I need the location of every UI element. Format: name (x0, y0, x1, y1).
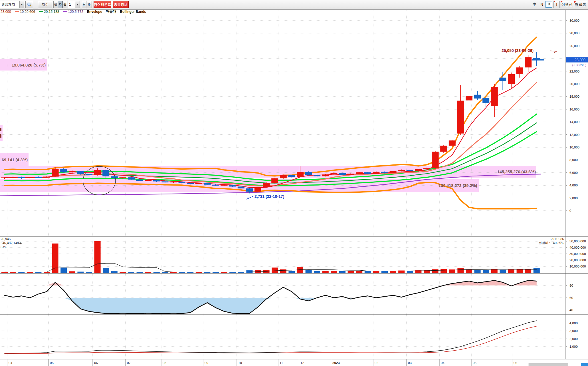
index-button[interactable]: 지수 (38, 1, 52, 8)
tool-button-이평선[interactable]: 이평선 (561, 1, 573, 8)
tool-button-I[interactable]: I (553, 1, 560, 8)
oscillator-axis-label: 40 (569, 308, 573, 312)
volume-bar (27, 272, 33, 273)
xaxis-month-label: 08 (163, 361, 166, 365)
candle-body (305, 172, 312, 175)
tool-button-N[interactable]: N (539, 1, 545, 8)
settings-gear-button[interactable]: ⚙ (87, 1, 92, 8)
tool-button-P[interactable]: P (545, 1, 552, 8)
tool-button-매집봉[interactable]: 매집봉 (574, 1, 587, 8)
candle-body (187, 183, 194, 184)
xaxis-month-label: 05 (50, 361, 54, 365)
candle-body (407, 170, 413, 171)
candle-body (145, 180, 151, 181)
volume-bar (365, 271, 371, 273)
dropdown-arrow-icon[interactable]: ▼ (19, 1, 24, 8)
candle-body (119, 177, 126, 178)
period-button-일[interactable]: 일 (53, 1, 58, 8)
candle-body (381, 172, 388, 173)
stock-chart-canvas[interactable]: 145,255,276 (43.6%)130,418,272 (39.2%)19… (0, 0, 588, 366)
candle-body (195, 183, 202, 184)
xaxis-month-label: 04 (441, 361, 444, 365)
price-axis-label: 2,000 (569, 196, 578, 200)
volume-bar (187, 272, 193, 273)
period-button-월[interactable]: 월 (62, 1, 67, 8)
toolbar: 영풍제지 ▼ 지수 일주월 1 ▼ 분 ⚙ 턴어라운드 종목정보 中NPI이평선… (0, 0, 588, 10)
price-axis-label: 22,000 (569, 70, 579, 73)
price-axis-label: 28,000 (569, 31, 579, 35)
legend-dash-icon (63, 11, 67, 12)
volume-profile-label: 130,418,272 (39.2%) (439, 183, 477, 188)
volume-bar (314, 271, 320, 273)
legend-item: 10:20,606 (15, 10, 35, 14)
candle-body (499, 78, 506, 81)
turnaround-button[interactable]: 턴어라운드 (94, 1, 111, 8)
horizontal-scrollbar-thumb[interactable] (529, 363, 568, 366)
candle-body (27, 177, 33, 178)
volume-bar (441, 269, 447, 273)
candle-body (128, 177, 135, 180)
volume-bar (111, 271, 118, 273)
volume-bar (390, 271, 396, 273)
xaxis-month-label: 06 (514, 361, 517, 365)
volume-bar (60, 268, 67, 273)
legend-dash-icon (39, 11, 43, 12)
volume-profile-label: 69,141 (4.3%) (2, 158, 28, 162)
candle-body (102, 170, 109, 176)
chart-legend: 23,00010:20,60620:15,138120:5,772Envelop… (1, 9, 150, 14)
volume-bar (170, 272, 177, 273)
candle-body (339, 173, 346, 175)
search-button[interactable] (25, 1, 33, 8)
accumulation-axis-label: 2,000 (569, 337, 578, 341)
candle-body (423, 168, 430, 169)
candle-body (432, 152, 439, 168)
horizontal-scrollbar-button[interactable] (581, 363, 588, 366)
clipped-band-label-fragment (0, 128, 1, 131)
volume-bar (86, 272, 92, 273)
volume-bar (137, 272, 143, 273)
candle-body (246, 188, 253, 192)
volume-bar (474, 270, 481, 273)
candle-body (297, 172, 304, 177)
dropdown-arrow-icon[interactable]: ▼ (75, 1, 80, 8)
volume-bar (69, 271, 75, 273)
volume-bar (348, 271, 354, 273)
volume-axis-label: 50,000,000 (569, 240, 586, 243)
legend-item: Bollinger Bands (120, 10, 146, 14)
candle-body (415, 169, 422, 171)
candle-body (390, 171, 397, 173)
volume-axis-label: 10,000,000 (569, 265, 586, 268)
price-axis-label: 26,000 (569, 44, 579, 48)
volume-profile-band (0, 125, 3, 141)
candle-body (170, 182, 177, 182)
volume-bar (331, 271, 337, 273)
legend-item: Envelope (87, 10, 102, 14)
tool-button-中[interactable]: 中 (531, 1, 538, 8)
price-axis-label: 4,000 (569, 184, 578, 187)
candle-body (271, 178, 278, 183)
volume-bar (52, 244, 58, 273)
red-corner-mark (561, 1, 563, 3)
volume-bar (246, 270, 252, 273)
candle-body (238, 186, 245, 188)
accumulation-axis-label: 4,000 (569, 321, 578, 325)
volume-bar (432, 269, 439, 273)
volume-bar (120, 272, 126, 273)
interval-selector[interactable]: 1 ▼ (68, 1, 80, 8)
xaxis-month-label: 04 (9, 361, 12, 365)
volume-bar (356, 271, 362, 273)
high-price-annotation: 25,050 (23-06-26) (502, 48, 534, 53)
stock-info-button[interactable]: 종목정보 (113, 1, 129, 8)
candle-body (288, 175, 295, 177)
minute-button[interactable]: 분 (82, 1, 86, 8)
volume-bar (94, 241, 101, 273)
candle-body (254, 187, 261, 192)
price-axis-label: 0 (569, 209, 571, 212)
period-button-주[interactable]: 주 (58, 1, 62, 8)
candle-body (1, 177, 8, 178)
stock-selector[interactable]: 영풍제지 ▼ (0, 1, 24, 8)
candle-body (356, 172, 363, 174)
volume-bar (272, 268, 278, 273)
volume-header-left: 20,946 (1, 237, 11, 241)
current-price-change: (-0.83% ) (572, 63, 586, 67)
